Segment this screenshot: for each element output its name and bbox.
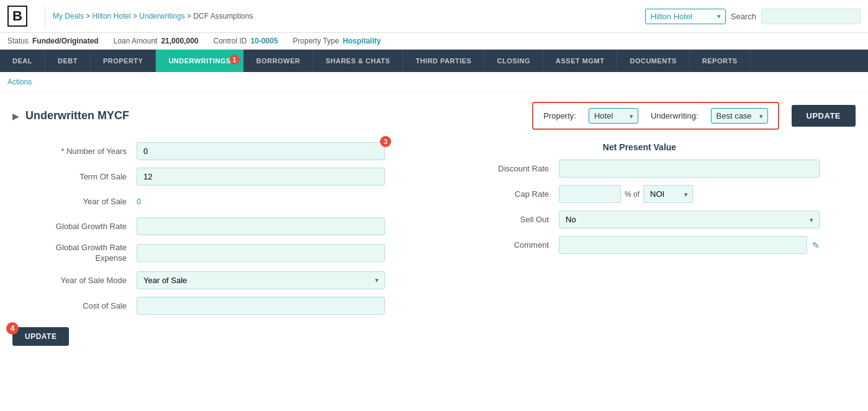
global-growth-rate-row: Global Growth Rate [12, 217, 435, 235]
nav-tabs: DEAL DEBT PROPERTY UNDERWRITINGS 1 BORRO… [0, 50, 868, 72]
status-item-property: Property Type Hospitality [293, 37, 381, 45]
discount-rate-row: Discount Rate [459, 160, 820, 178]
tab-reports[interactable]: REPORTS [690, 50, 751, 72]
control-value: 10-0005 [251, 37, 278, 45]
cost-of-sale-row: Cost of Sale [12, 297, 435, 315]
divider [45, 5, 45, 27]
tab-shares-chats[interactable]: SHARES & CHATS [313, 50, 403, 72]
sell-out-select[interactable]: No Yes [559, 210, 820, 228]
tab-debt[interactable]: DEBT [45, 50, 91, 72]
cap-rate-pct-label: % of [625, 190, 640, 199]
sell-out-row: Sell Out No Yes ▾ [459, 210, 820, 228]
number-of-years-label: * Number of Years [12, 147, 137, 156]
breadcrumb-underwritings[interactable]: Underwritings [139, 12, 184, 20]
tab-deal[interactable]: DEAL [0, 50, 45, 72]
year-of-sale-mode-select[interactable]: Year of Sale Term of Sale [137, 271, 385, 289]
underwriting-select-wrapper: Best case [711, 108, 768, 124]
tab-asset-mgmt[interactable]: ASSET MGMT [543, 50, 617, 72]
status-value: Funded/Originated [32, 37, 99, 45]
cap-rate-row: Cap Rate % of NOI [459, 185, 820, 203]
status-item-status: Status Funded/Originated [7, 37, 99, 45]
actions-link[interactable]: Actions [7, 78, 32, 86]
underwritings-badge: 1 [230, 55, 240, 65]
term-of-sale-input[interactable] [137, 168, 385, 186]
year-of-sale-mode-row: Year of Sale Mode Year of Sale Term of S… [12, 271, 435, 289]
bottom-update-area: 4 UPDATE [12, 327, 435, 346]
global-growth-rate-expense-row: Global Growth RateExpense [12, 243, 435, 264]
year-of-sale-mode-label: Year of Sale Mode [12, 276, 137, 285]
property-select-wrapper: Hotel [589, 108, 638, 124]
property-type-value: Hospitality [343, 37, 381, 45]
search-area: Hilton Hotel Search [645, 9, 861, 24]
search-label: Search [731, 12, 756, 21]
comment-area: ✎ [559, 236, 820, 254]
global-growth-rate-label: Global Growth Rate [12, 222, 137, 231]
top-bar: B My Deals > Hilton Hotel > Underwriting… [0, 0, 868, 33]
edit-icon[interactable]: ✎ [812, 240, 820, 250]
cap-rate-inputs: % of NOI [559, 185, 693, 203]
status-item-control: Control ID 10-0005 [214, 37, 278, 45]
property-selector-label: Property: [543, 111, 576, 120]
breadcrumb: My Deals > Hilton Hotel > Underwritings … [53, 12, 645, 20]
main-content: ▶ Underwritten MYCF Property: Hotel Unde… [0, 92, 868, 356]
tab-underwritings[interactable]: UNDERWRITINGS 1 [156, 50, 243, 72]
status-item-loan: Loan Amount 21,000,000 [114, 37, 199, 45]
breadcrumb-my-deals[interactable]: My Deals [53, 12, 84, 20]
property-select[interactable]: Hotel [589, 108, 638, 124]
form-container: * Number of Years 3 Term Of Sale Year of… [12, 142, 856, 346]
noi-select[interactable]: NOI [643, 185, 693, 203]
noi-select-wrapper: NOI [643, 185, 693, 203]
form-right: Net Present Value Discount Rate Cap Rate… [459, 142, 820, 346]
property-type-label: Property Type [293, 37, 339, 45]
hotel-select-wrapper: Hilton Hotel [645, 9, 726, 24]
cap-rate-input[interactable] [559, 185, 621, 203]
underwriting-select[interactable]: Best case [711, 108, 768, 124]
update-button-bottom[interactable]: UPDATE [12, 327, 69, 346]
tab-property[interactable]: PROPERTY [91, 50, 156, 72]
status-label: Status [7, 37, 29, 45]
status-bar: Status Funded/Originated Loan Amount 21,… [0, 33, 868, 50]
cap-rate-label: Cap Rate [459, 189, 559, 199]
search-input[interactable] [761, 9, 861, 24]
step4-badge: 4 [6, 322, 19, 335]
breadcrumb-dcf: DCF Assumptions [193, 12, 253, 20]
discount-rate-label: Discount Rate [459, 164, 559, 173]
app-logo: B [7, 6, 27, 27]
sell-out-wrapper: No Yes ▾ [559, 210, 820, 228]
global-growth-rate-input[interactable] [137, 217, 385, 235]
tab-closing[interactable]: CLOSING [484, 50, 543, 72]
update-button-top[interactable]: UPDATE [792, 105, 856, 127]
section-title-area: ▶ Underwritten MYCF [12, 109, 129, 122]
discount-rate-input[interactable] [559, 160, 820, 178]
global-growth-rate-expense-label: Global Growth RateExpense [12, 243, 137, 264]
cost-of-sale-input[interactable] [137, 297, 385, 315]
property-underwriting-selector: Property: Hotel Underwriting: Best case [532, 102, 779, 130]
number-of-years-row: * Number of Years 3 [12, 142, 435, 160]
cost-of-sale-label: Cost of Sale [12, 301, 137, 310]
expand-arrow-icon[interactable]: ▶ [12, 111, 19, 121]
number-of-years-input[interactable] [137, 142, 385, 160]
year-of-sale-label: Year of Sale [12, 197, 137, 206]
comment-label: Comment [459, 240, 559, 250]
year-of-sale-value: 0 [137, 193, 141, 210]
comment-row: Comment ✎ [459, 236, 820, 254]
tab-borrower[interactable]: BORROWER [244, 50, 314, 72]
tab-documents[interactable]: DOCUMENTS [617, 50, 689, 72]
section-header: ▶ Underwritten MYCF Property: Hotel Unde… [12, 102, 856, 130]
npv-heading: Net Present Value [459, 142, 820, 152]
year-of-sale-mode-wrapper: Year of Sale Term of Sale [137, 271, 385, 289]
section-title: Underwritten MYCF [25, 109, 129, 122]
control-label: Control ID [214, 37, 247, 45]
form-left: * Number of Years 3 Term Of Sale Year of… [12, 142, 435, 346]
hotel-select[interactable]: Hilton Hotel [645, 9, 726, 24]
tab-third-parties[interactable]: THIRD PARTIES [403, 50, 484, 72]
comment-input[interactable] [559, 236, 807, 254]
breadcrumb-hilton-hotel[interactable]: Hilton Hotel [93, 12, 131, 20]
loan-label: Loan Amount [114, 37, 158, 45]
actions-bar: Actions [0, 72, 868, 92]
sell-out-label: Sell Out [459, 215, 559, 224]
term-of-sale-label: Term Of Sale [12, 172, 137, 181]
year-of-sale-row: Year of Sale 0 [12, 193, 435, 210]
global-growth-rate-expense-input[interactable] [137, 244, 385, 262]
underwriting-selector-label: Underwriting: [651, 111, 698, 120]
